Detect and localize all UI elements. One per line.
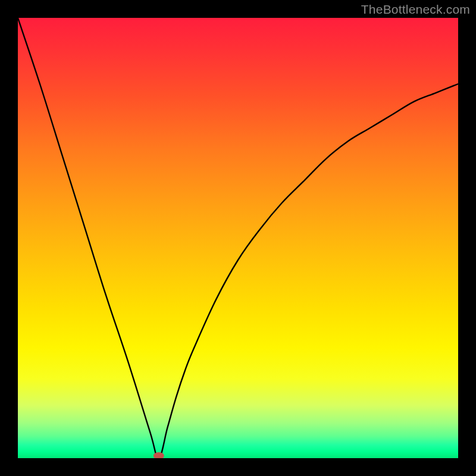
attribution-text: TheBottleneck.com (361, 2, 470, 17)
plot-area (18, 18, 458, 458)
bottleneck-curve (18, 18, 458, 458)
chart-container: TheBottleneck.com (0, 0, 476, 476)
